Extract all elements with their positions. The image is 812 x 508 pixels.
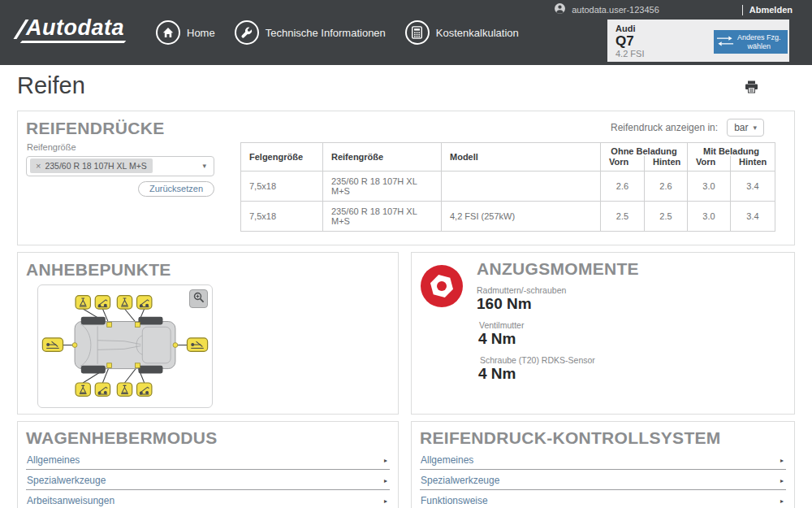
cell-ohne-vorn: 2.6 [601,171,645,201]
vehicle-model: Q7 [615,33,634,50]
col-header-ohne-vorn: Vorn [601,156,645,172]
page-title: Reifen [17,73,85,99]
nav-label-technische-informationen: Technische Informationen [266,27,386,39]
cell-mit-vorn: 3.0 [688,171,731,201]
arrow-right-icon: ▸ [780,477,784,484]
tyre-size-filter-label: Reifengröße [27,142,214,152]
col-header-mit-vorn: Vorn [688,156,731,172]
torque-label: Radmuttern/-schrauben [477,285,639,295]
torque-value: 4 Nm [478,331,639,348]
anhebepunkte-title: ANHEBEPUNKTE [26,260,390,279]
nav-item-kostenkalkulation[interactable]: Kostenkalkulation [405,20,519,45]
col-header-mit-hinten: Hinten [731,156,775,172]
chevron-down-icon: ▾ [753,124,757,132]
vehicle-make: Audi [615,24,635,33]
col-header-modell: Modell [442,142,601,171]
cell-mit-hinten: 3.4 [731,201,775,231]
col-header-ohne-hinten: Hinten [645,156,688,172]
user-icon [555,2,565,17]
cell-reifengroesse: 235/60 R 18 107H XL M+S [323,171,442,201]
swap-arrows-icon [716,35,735,50]
user-separator [742,5,743,15]
section-anhebepunkte: ANHEBEPUNKTE [17,252,399,415]
tpms-title: REIFENDRUCK-KONTROLLSYSTEM [420,428,786,447]
vehicle-card: Audi Q7 4.2 FSI Anderes Fzg. wählen [607,20,789,62]
wagenhebermodus-title: WAGENHEBERMODUS [26,428,390,447]
wrench-icon [235,20,259,45]
col-header-felgengroesse: Felgengröße [241,142,323,171]
cell-ohne-vorn: 2.5 [601,201,645,231]
magnifier-plus-icon [193,292,205,306]
user-row: autodata.user-123456 Abmelden [555,3,793,16]
logout-link[interactable]: Abmelden [749,5,793,15]
col-group-mit-beladung: Mit Beladung [688,142,775,156]
logo-text: Autodata [26,17,124,39]
section-anzugsmomente: ANZUGSMOMENTE Radmuttern/-schrauben 160 … [411,252,795,415]
arrow-right-icon: ▸ [384,477,387,484]
username: autodata.user-123456 [572,5,659,15]
tyre-size-multiselect[interactable]: × 235/60 R 18 107H XL M+S ▾ [26,156,214,176]
change-vehicle-button[interactable]: Anderes Fzg. wählen [714,30,788,54]
col-group-ohne-beladung: Ohne Beladung [601,142,688,156]
cell-ohne-hinten: 2.5 [645,201,688,231]
torque-value: 160 Nm [477,296,639,313]
link-allgemeines[interactable]: Allgemeines ▸ [26,449,390,470]
reset-button[interactable]: Zurücksetzen [138,181,214,197]
pressure-unit-value: bar [734,122,748,133]
change-vehicle-label-line1: Anderes Fzg. [737,33,781,42]
cell-felgengroesse: 7,5x18 [241,201,323,231]
nav-item-home[interactable]: Home [156,20,215,45]
torque-value: 4 Nm [478,366,639,383]
chevron-down-icon: ▾ [202,163,206,170]
arrow-right-icon: ▸ [780,497,784,505]
link-allgemeines[interactable]: Allgemeines ▸ [420,449,786,470]
pressure-unit-label: Reifendruck anzeigen in: [611,122,718,133]
arrow-right-icon: ▸ [384,457,387,464]
col-header-reifengroesse: Reifengröße [323,142,442,171]
print-button[interactable] [745,80,758,96]
torque-label: Ventilmutter [479,320,639,330]
diagram-zoom-button[interactable] [189,289,208,308]
autodata-logo[interactable]: Autodata [19,17,125,43]
wheel-nut-icon [421,265,463,383]
anzugsmomente-title: ANZUGSMOMENTE [477,259,639,278]
change-vehicle-label-line2: wählen [748,42,771,51]
main-nav: Home Technische Informationen [156,0,519,65]
tyre-size-chip[interactable]: × 235/60 R 18 107H XL M+S [30,158,153,173]
cell-modell: 4,2 FSI (257kW) [442,201,601,231]
reifendruecke-title: REIFENDRÜCKE [26,119,164,137]
cell-felgengroesse: 7,5x18 [241,171,323,201]
link-spezialwerkzeuge[interactable]: Spezialwerkzeuge ▸ [26,470,390,490]
link-funktionsweise[interactable]: Funktionsweise ▸ [420,490,786,508]
main-content: Reifen REIFENDRÜCKE Reifendruck anzeigen… [0,73,812,508]
nav-label-home: Home [187,27,215,39]
section-reifendruecke: REIFENDRÜCKE Reifendruck anzeigen in: ba… [17,111,795,245]
arrow-right-icon: ▸ [384,497,387,505]
table-row: 7,5x18 235/60 R 18 107H XL M+S 2.6 2.6 3… [241,171,775,201]
chip-remove-icon[interactable]: × [36,162,41,171]
link-arbeitsanweisungen[interactable]: Arbeitsanweisungen ▸ [26,490,390,508]
cell-ohne-hinten: 2.6 [645,171,688,201]
logo-underline [20,41,127,43]
pressure-unit-select[interactable]: bar ▾ [727,119,764,137]
cell-reifengroesse: 235/60 R 18 107H XL M+S [323,201,442,231]
link-spezialwerkzeuge[interactable]: Spezialwerkzeuge ▸ [420,470,786,490]
tyre-size-chip-label: 235/60 R 18 107H XL M+S [45,161,146,171]
torque-label: Schraube (T20) RDKS-Sensor [480,355,639,365]
cell-modell [442,171,601,201]
pressure-table: Felgengröße Reifengröße Modell Ohne Bela… [240,142,775,232]
nav-label-kostenkalkulation: Kostenkalkulation [436,27,519,39]
section-wagenhebermodus: WAGENHEBERMODUS Allgemeines ▸ Spezialwer… [17,421,399,508]
car-underbody-diagram [38,285,212,407]
nav-item-technische-informationen[interactable]: Technische Informationen [235,20,386,45]
home-icon [156,20,180,45]
lift-points-diagram [37,284,213,408]
top-bar: Autodata Home Technische Informationen [0,0,812,65]
cell-mit-hinten: 3.4 [731,171,775,201]
table-group-header-row: Felgengröße Reifengröße Modell Ohne Bela… [241,142,775,156]
section-reifendruck-kontrollsystem: REIFENDRUCK-KONTROLLSYSTEM Allgemeines ▸… [411,421,795,508]
calculator-icon [405,20,430,45]
table-row: 7,5x18 235/60 R 18 107H XL M+S 4,2 FSI (… [241,201,775,231]
pressure-table-wrap: Felgengröße Reifengröße Modell Ohne Bela… [240,142,775,232]
arrow-right-icon: ▸ [780,457,784,464]
